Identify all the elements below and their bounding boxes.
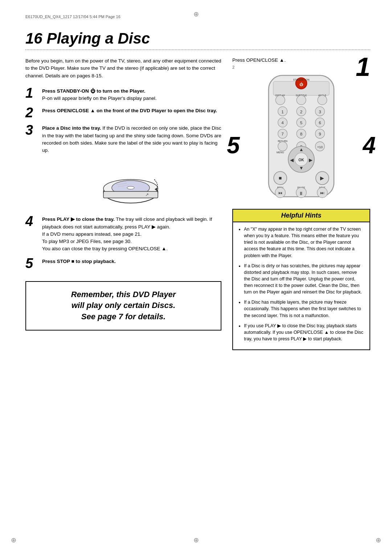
step4-big-right: 4	[363, 132, 376, 159]
page-container: E6170UD_EN_QX4_1217 12/17/04 5:44 PM Pag…	[0, 0, 392, 555]
step-5-content: Press STOP ■ to stop playback.	[42, 258, 116, 265]
svg-text:5: 5	[300, 121, 302, 125]
svg-text:3: 3	[319, 110, 321, 114]
svg-text:▶: ▶	[309, 157, 313, 163]
remote-container: 5 4 ⏻ STANDBY-ON DISPLAY SUBTITLE ANGLE	[232, 73, 370, 204]
crosshair-top: ⊕	[193, 10, 199, 18]
disc-illustration: ↗	[40, 159, 221, 210]
svg-text:2: 2	[300, 110, 302, 114]
step-5-bold: Press STOP ■ to stop playback.	[42, 259, 116, 264]
svg-point-3	[127, 186, 134, 189]
step-2: 2 Press OPEN/CLOSE ▲ on the front of the…	[25, 107, 221, 119]
step2-right-label: 2	[232, 65, 370, 69]
step-5: 5 Press STOP ■ to stop playback.	[25, 258, 221, 270]
step-4-content: Press PLAY ▶ to close the tray. The tray…	[42, 216, 221, 252]
step-3-bold: Place a Disc into the tray.	[42, 125, 101, 131]
svg-text:◀: ◀	[290, 157, 294, 163]
hint-item-3: If a Disc has multiple layers, the pictu…	[244, 299, 364, 319]
step-1-content: Press STANDBY-ON ⏻ to turn on the Player…	[42, 88, 157, 102]
step-1: 1 Press STANDBY-ON ⏻ to turn on the Play…	[25, 88, 221, 102]
svg-text:⏮: ⏮	[278, 191, 282, 195]
svg-rect-6	[103, 191, 158, 198]
left-column: Before you begin, turn on the power of t…	[25, 57, 221, 350]
svg-text:■: ■	[279, 175, 282, 181]
step-1-detail: P-on will appear briefly on the Player's…	[42, 96, 157, 101]
right-step2-area: Press OPEN/CLOSE ▲. 1 2	[232, 57, 370, 69]
svg-text:▶: ▶	[320, 175, 324, 181]
svg-text:▼: ▼	[299, 165, 304, 171]
svg-text:+10: +10	[317, 145, 323, 149]
svg-text:⏭: ⏭	[320, 191, 324, 195]
step-5-number: 5	[25, 256, 38, 270]
hint-item-1: An "X" may appear in the top right corne…	[244, 226, 364, 259]
file-info: E6170UD_EN_QX4_1217 12/17/04 5:44 PM Pag…	[25, 15, 121, 19]
step-2-number: 2	[25, 106, 38, 119]
remember-line2: will play only certain Discs.	[72, 301, 175, 310]
step-1-bold: Press STANDBY-ON ⏻ to turn on the Player…	[42, 88, 146, 94]
svg-point-39	[278, 142, 287, 151]
svg-text:7: 7	[281, 132, 283, 136]
svg-text:9: 9	[319, 132, 321, 136]
right-column: Press OPEN/CLOSE ▲. 1 2 5 4 ⏻	[232, 57, 370, 350]
title-divider	[25, 49, 370, 50]
crosshair-bottom-right: ⊕	[376, 536, 381, 544]
page-title: 16 Playing a Disc	[25, 30, 370, 47]
step5-big-left: 5	[227, 132, 240, 159]
remember-line3: See page 7 for details.	[81, 312, 166, 321]
svg-text:⏸: ⏸	[299, 191, 304, 196]
helpful-hints-box: Helpful Hints An "X" may appear in the t…	[232, 209, 370, 350]
open-close-label: Press OPEN/CLOSE ▲.	[232, 57, 370, 63]
svg-text:OK: OK	[298, 158, 304, 162]
step-4-bold: Press PLAY ▶ to close the tray.	[42, 216, 115, 222]
crosshair-bottom-center: ⊕	[193, 536, 199, 544]
helpful-hints-content: An "X" may appear in the top right corne…	[233, 222, 369, 349]
svg-text:⏻: ⏻	[299, 82, 303, 86]
svg-point-17	[275, 96, 285, 105]
remember-text: Remember, this DVD Player will play only…	[35, 289, 212, 323]
svg-text:4: 4	[281, 121, 284, 125]
step-3-number: 3	[25, 123, 38, 137]
crosshair-bottom-left: ⊕	[11, 536, 16, 544]
step-4: 4 Press PLAY ▶ to close the tray. The tr…	[25, 216, 221, 252]
svg-point-18	[297, 96, 306, 105]
hint-item-4: If you use PLAY ▶ to close the Disc tray…	[244, 323, 364, 342]
step-2-bold: Press OPEN/CLOSE ▲ on the front of the D…	[42, 108, 217, 113]
svg-text:6: 6	[319, 121, 321, 125]
svg-point-19	[318, 96, 327, 105]
svg-text:8: 8	[300, 132, 302, 136]
step-1-number: 1	[25, 86, 38, 100]
open-close-text: Press OPEN/CLOSE ▲.	[232, 57, 286, 63]
step-3-content: Place a Disc into the tray. If the DVD i…	[42, 125, 221, 154]
svg-text:STANDBY-ON: STANDBY-ON	[293, 78, 309, 81]
hint-item-2: If a Disc is dirty or has scratches, the…	[244, 263, 364, 296]
remember-line1: Remember, this DVD Player	[71, 290, 176, 299]
main-layout: Before you begin, turn on the power of t…	[25, 57, 370, 350]
step-2-content: Press OPEN/CLOSE ▲ on the front of the D…	[42, 107, 217, 114]
intro-text: Before you begin, turn on the power of t…	[25, 57, 221, 80]
helpful-hints-title: Helpful Hints	[233, 210, 369, 222]
step-3: 3 Place a Disc into the tray. If the DVD…	[25, 125, 221, 154]
svg-text:▲: ▲	[299, 147, 304, 152]
step-4-number: 4	[25, 214, 38, 228]
svg-text:↗: ↗	[145, 192, 149, 197]
svg-text:1: 1	[281, 110, 283, 114]
helpful-hints-list: An "X" may appear in the top right corne…	[238, 226, 364, 342]
remote-svg: ⏻ STANDBY-ON DISPLAY SUBTITLE ANGLE 1 2	[254, 73, 348, 204]
remember-box: Remember, this DVD Player will play only…	[25, 281, 221, 331]
disc-svg: ↗	[98, 159, 163, 210]
svg-text:MENU: MENU	[277, 151, 284, 154]
